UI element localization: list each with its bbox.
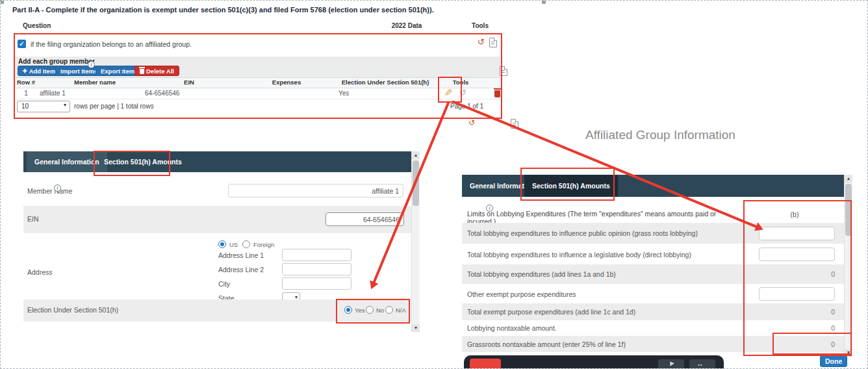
address-line1-input[interactable] bbox=[282, 249, 351, 261]
scroll-down-icon[interactable]: ▼ bbox=[412, 324, 420, 332]
info-icon[interactable]: i bbox=[54, 184, 61, 192]
record-button[interactable] bbox=[470, 359, 501, 369]
address-line2-label: Address Line 2 bbox=[218, 266, 264, 274]
annotation-box-left-tab bbox=[94, 151, 170, 176]
selection-handle[interactable] bbox=[0, 0, 4, 4]
info-icon[interactable]: i bbox=[486, 205, 493, 212]
column-header-question: Question bbox=[23, 22, 51, 29]
affiliated-group-title: Affiliated Group Information bbox=[585, 128, 735, 142]
address-line1-label: Address Line 1 bbox=[218, 251, 264, 259]
country-foreign-label: Foreign bbox=[253, 241, 274, 248]
city-input[interactable] bbox=[282, 277, 351, 290]
toolbar-cursor-button[interactable] bbox=[658, 359, 684, 369]
done-button[interactable]: Done bbox=[820, 355, 847, 367]
dots-icon: •• bbox=[698, 362, 703, 368]
tab-label: General Information bbox=[34, 158, 99, 166]
screenshot-frame: Part II-A - Complete if the organization… bbox=[0, 0, 868, 369]
row-label: Lobbying nontaxable amount. bbox=[467, 324, 740, 332]
election-label: Election Under Section 501(h) bbox=[27, 306, 118, 314]
row-label: Grassroots nontaxable amount (enter 25% … bbox=[467, 340, 740, 348]
country-foreign-radio[interactable] bbox=[242, 240, 250, 248]
annotation-box-election-radios bbox=[336, 299, 410, 324]
member-name-label: Member Name bbox=[27, 187, 72, 195]
part-iia-title: Part II-A - Complete if the organization… bbox=[12, 6, 434, 14]
member-modal-tabbar: General Information Section 501(h) Amoun… bbox=[23, 151, 411, 172]
selection-handle[interactable] bbox=[542, 0, 546, 4]
undo-icon[interactable]: ↺ bbox=[468, 119, 475, 127]
annotation-box-right-tab bbox=[520, 168, 615, 201]
ein-label: EIN bbox=[27, 215, 39, 223]
toolbar-more-button[interactable]: •• bbox=[689, 359, 715, 369]
address-line2-input[interactable] bbox=[282, 263, 351, 275]
annotation-arrow-to-column-b bbox=[452, 100, 758, 228]
column-header-2022-data: 2022 Data bbox=[377, 22, 436, 29]
member-name-input[interactable] bbox=[228, 184, 403, 197]
column-header-tools: Tools bbox=[465, 22, 496, 29]
row-label: Total lobbying expenditures to influence… bbox=[467, 229, 740, 237]
annotation-box-grassroots-value bbox=[772, 333, 852, 355]
annotation-box-question-section bbox=[14, 33, 502, 119]
row-label: Other exempt purpose expenditures bbox=[467, 290, 740, 298]
city-label: City bbox=[218, 280, 230, 288]
row-label: Total exempt purpose expenditures (add l… bbox=[467, 308, 740, 316]
annotation-box-pencil bbox=[438, 77, 462, 103]
ein-input[interactable] bbox=[326, 212, 404, 226]
scroll-up-icon[interactable]: ▲ bbox=[845, 175, 852, 183]
scroll-up-icon[interactable]: ▲ bbox=[412, 151, 420, 159]
row-label: Total lobbying expenditures to influence… bbox=[467, 251, 740, 259]
row-label: Total lobbying expenditures (add lines 1… bbox=[467, 270, 740, 278]
affiliated-group-tabbar: General Information Section 501(h) Amoun… bbox=[462, 175, 844, 197]
recording-toolbar: •• bbox=[464, 355, 724, 369]
country-us-label: US bbox=[229, 241, 238, 248]
cursor-icon bbox=[668, 360, 674, 366]
address-label: Address bbox=[27, 268, 53, 276]
country-us-radio[interactable] bbox=[218, 240, 226, 248]
